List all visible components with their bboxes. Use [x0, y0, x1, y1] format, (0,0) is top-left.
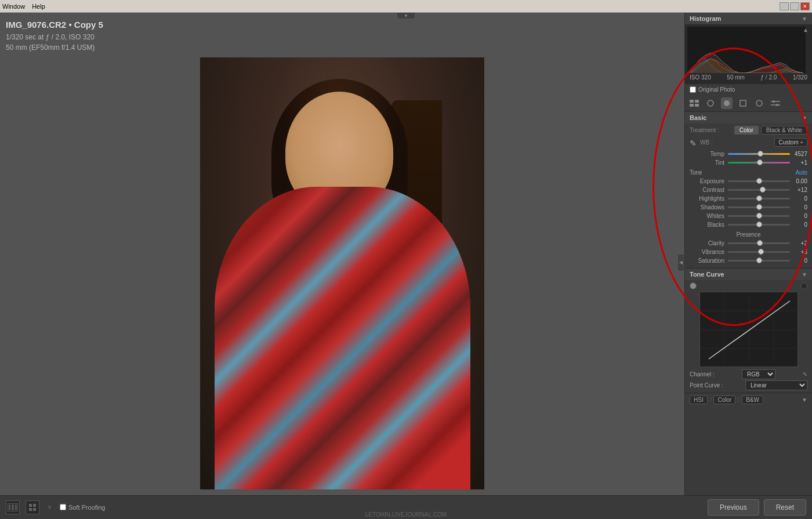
grid-bottom-icon[interactable] [26, 500, 39, 514]
bw-hsl-btn[interactable]: B&W [742, 395, 763, 404]
basic-section-header[interactable]: Basic ▼ [685, 112, 812, 124]
square-tool-icon[interactable] [737, 97, 749, 109]
tint-thumb[interactable] [757, 159, 763, 165]
svg-rect-21 [12, 505, 14, 510]
tone-curve-graph[interactable] [699, 292, 798, 367]
contrast-thumb[interactable] [760, 187, 766, 193]
tone-curve-header[interactable]: Tone Curve ▼ [685, 268, 812, 280]
clarity-label: Clarity [690, 240, 724, 246]
svg-point-11 [776, 104, 778, 106]
highlights-slider-container[interactable] [728, 195, 790, 202]
menu-help[interactable]: Help [32, 3, 45, 10]
whites-slider-container[interactable] [728, 212, 790, 219]
hsl-down-arrow[interactable]: ▼ [802, 397, 807, 403]
tint-slider-container[interactable] [728, 159, 790, 166]
grid-tool-icon[interactable] [688, 97, 700, 109]
histogram-expand-icon[interactable]: ▲ [803, 27, 809, 33]
bottom-left: ▼ Soft Proofing [6, 500, 105, 514]
treatment-label: Treatment : [690, 127, 719, 133]
highlights-slider-row: Highlights 0 [690, 195, 807, 202]
tone-curve-edit-btn[interactable] [800, 282, 807, 289]
shadows-slider-container[interactable] [728, 204, 790, 210]
saturation-slider-row: Saturation 0 [690, 257, 807, 264]
svg-rect-6 [740, 100, 746, 106]
titlebar: Window Help _ □ ✕ [0, 0, 812, 13]
blacks-thumb[interactable] [756, 222, 762, 227]
menu-window[interactable]: Window [2, 3, 25, 10]
clarity-slider-container[interactable] [728, 239, 790, 246]
basic-title: Basic [690, 114, 706, 121]
whites-slider-row: Whites 0 [690, 212, 807, 219]
blacks-slider-container[interactable] [728, 221, 790, 228]
film-strip-icon[interactable] [6, 500, 20, 514]
blacks-slider-row: Blacks 0 [690, 221, 807, 228]
photo-container[interactable] [6, 57, 679, 489]
color-hsl-btn[interactable]: Color [713, 395, 735, 404]
exposure-thumb[interactable] [756, 178, 762, 184]
highlights-thumb[interactable] [756, 195, 762, 201]
histogram-section: Histogram ▼ [685, 13, 812, 112]
point-curve-select[interactable]: Linear Medium Contrast Strong Contrast [745, 380, 807, 390]
eyedropper-icon[interactable]: ✎ [690, 139, 698, 147]
svg-rect-1 [695, 100, 699, 103]
panel-toggle-btn[interactable]: ◀ [677, 254, 684, 271]
tone-curve-target-btn[interactable] [690, 282, 697, 289]
shadows-thumb[interactable] [756, 204, 762, 210]
exposure-track [728, 180, 790, 182]
curve-pencil-icon[interactable]: ✎ [803, 371, 807, 378]
shadows-slider-row: Shadows 0 [690, 204, 807, 210]
temp-slider-container[interactable] [728, 150, 790, 157]
empty-circle-tool-icon[interactable] [753, 97, 765, 109]
bottom-right-nav: Previous Reset [708, 499, 806, 516]
svg-point-7 [756, 100, 762, 106]
saturation-thumb[interactable] [756, 257, 762, 263]
vibrance-track [728, 251, 790, 253]
temp-thumb[interactable] [757, 151, 763, 157]
tone-curve-title: Tone Curve [690, 271, 724, 278]
saturation-track [728, 260, 790, 262]
reset-button[interactable]: Reset [764, 499, 806, 516]
tone-curve-content: Channel : RGB Red Green Blue ✎ Point Cur… [685, 280, 812, 393]
minimize-button[interactable]: _ [780, 2, 789, 10]
auto-btn[interactable]: Auto [795, 169, 807, 176]
histogram-meta: ISO 320 50 mm ƒ / 2.0 1/320 [687, 73, 810, 82]
contrast-slider-container[interactable] [728, 186, 790, 193]
exposure-slider-container[interactable] [728, 177, 790, 184]
maximize-button[interactable]: □ [790, 2, 799, 10]
highlights-label: Highlights [690, 195, 724, 202]
wb-row: ✎ WB : Custom ÷ [690, 138, 807, 147]
svg-rect-24 [33, 504, 36, 507]
color-treatment-btn[interactable]: Color [734, 126, 759, 135]
right-panel: Histogram ▼ [684, 13, 812, 495]
saturation-slider-container[interactable] [728, 257, 790, 264]
svg-rect-0 [690, 100, 694, 103]
vibrance-thumb[interactable] [758, 249, 764, 255]
whites-thumb[interactable] [756, 213, 762, 219]
svg-rect-23 [29, 504, 32, 507]
tone-curve-svg [700, 292, 799, 368]
svg-point-4 [708, 100, 713, 106]
vibrance-slider-container[interactable] [728, 248, 790, 255]
point-tool-icon[interactable] [721, 97, 733, 109]
wb-value[interactable]: Custom ÷ [774, 138, 807, 147]
crop-tool-icon[interactable] [705, 97, 716, 109]
close-button[interactable]: ✕ [800, 2, 810, 10]
presence-title: Presence [690, 231, 807, 238]
svg-rect-2 [690, 104, 694, 107]
histogram-header[interactable]: Histogram ▼ [685, 13, 812, 24]
hsl-btn[interactable]: HSI [690, 395, 708, 404]
hsl-row: HSI / Color / B&W ▼ [685, 393, 812, 407]
original-photo-checkbox[interactable] [690, 86, 696, 93]
lens-info: 50 mm (EF50mm f/1.4 USM) [6, 42, 679, 53]
top-expand-btn[interactable]: ▼ [397, 13, 415, 19]
treatment-row: Treatment : Color Black & White [690, 126, 807, 135]
channel-select[interactable]: RGB Red Green Blue [742, 369, 775, 379]
tint-slider-row: Tint +1 [690, 159, 807, 166]
previous-button[interactable]: Previous [708, 499, 759, 516]
bw-treatment-btn[interactable]: Black & White [761, 126, 807, 135]
sliders-tool-icon[interactable] [770, 97, 781, 109]
tint-value: +1 [790, 159, 807, 166]
soft-proof-checkbox[interactable] [60, 504, 66, 510]
clarity-thumb[interactable] [757, 240, 763, 246]
tone-curve-section: Tone Curve ▼ [685, 268, 812, 393]
